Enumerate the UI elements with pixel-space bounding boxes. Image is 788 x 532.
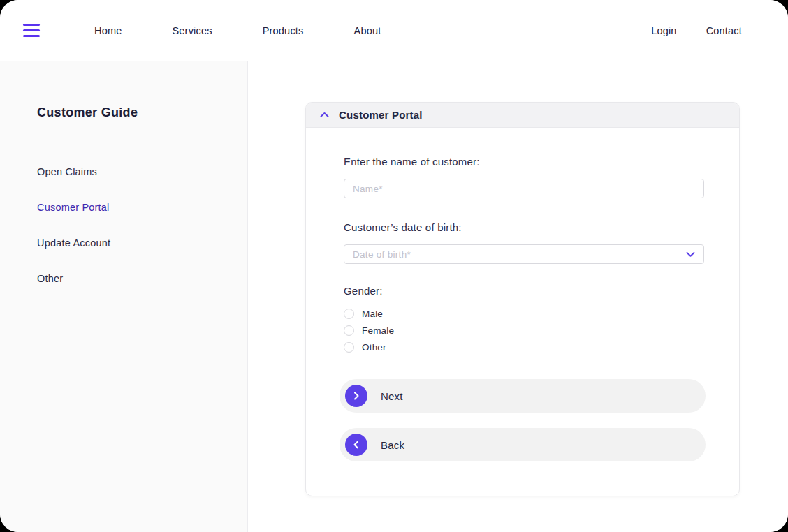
chevron-down-icon	[686, 251, 695, 258]
dob-select[interactable]: Date of birth*	[344, 244, 704, 264]
content-area: Customer Guide Open Claims Cusomer Porta…	[0, 61, 788, 532]
back-button[interactable]: Back	[340, 428, 706, 461]
radio-other[interactable]	[344, 342, 354, 353]
next-button-label: Next	[381, 390, 403, 402]
nav-link-products[interactable]: Products	[263, 25, 304, 36]
name-input[interactable]	[344, 179, 704, 198]
main-area: Customer Portal Enter the name of custom…	[248, 61, 788, 532]
sidebar-item-open-claims[interactable]: Open Claims	[37, 166, 247, 177]
panel-title: Customer Portal	[339, 109, 423, 121]
next-button[interactable]: Next	[340, 379, 706, 413]
gender-label: Gender:	[344, 285, 704, 297]
sidebar-item-other[interactable]: Other	[37, 273, 247, 284]
panel-body: Enter the name of customer: Customer’s d…	[306, 128, 739, 496]
dob-field-label: Customer’s date of birth:	[344, 221, 704, 233]
customer-portal-panel: Customer Portal Enter the name of custom…	[305, 102, 740, 496]
nav-links: Home Services Products About	[94, 25, 381, 36]
radio-female[interactable]	[344, 325, 354, 336]
nav-link-services[interactable]: Services	[172, 25, 212, 36]
sidebar: Customer Guide Open Claims Cusomer Porta…	[0, 61, 248, 532]
radio-female-label: Female	[362, 325, 394, 336]
sidebar-title: Customer Guide	[37, 105, 247, 120]
chevron-right-icon	[345, 385, 367, 407]
top-navbar: Home Services Products About Login Conta…	[0, 0, 788, 61]
page: Home Services Products About Login Conta…	[0, 0, 788, 532]
back-button-label: Back	[381, 439, 404, 451]
chevron-left-icon	[345, 434, 367, 456]
chevron-up-icon	[320, 112, 329, 118]
panel-header-toggle[interactable]: Customer Portal	[306, 103, 739, 128]
radio-other-label: Other	[362, 342, 386, 353]
sidebar-item-update-account[interactable]: Update Account	[37, 237, 247, 249]
nav-right-links: Login Contact	[651, 25, 742, 36]
nav-link-login[interactable]: Login	[651, 25, 676, 36]
gender-option-other: Other	[344, 342, 704, 353]
nav-link-contact[interactable]: Contact	[706, 25, 742, 36]
gender-option-female: Female	[344, 325, 704, 336]
sidebar-item-customer-portal[interactable]: Cusomer Portal	[37, 202, 247, 213]
radio-male[interactable]	[344, 309, 354, 319]
radio-male-label: Male	[362, 309, 383, 319]
nav-link-about[interactable]: About	[354, 25, 381, 36]
nav-link-home[interactable]: Home	[94, 25, 122, 36]
gender-group: Gender: Male Female Other	[344, 285, 704, 353]
gender-option-male: Male	[344, 309, 704, 319]
dob-select-placeholder: Date of birth*	[353, 249, 411, 260]
hamburger-menu-icon[interactable]	[23, 24, 40, 38]
name-field-label: Enter the name of customer:	[344, 156, 704, 168]
